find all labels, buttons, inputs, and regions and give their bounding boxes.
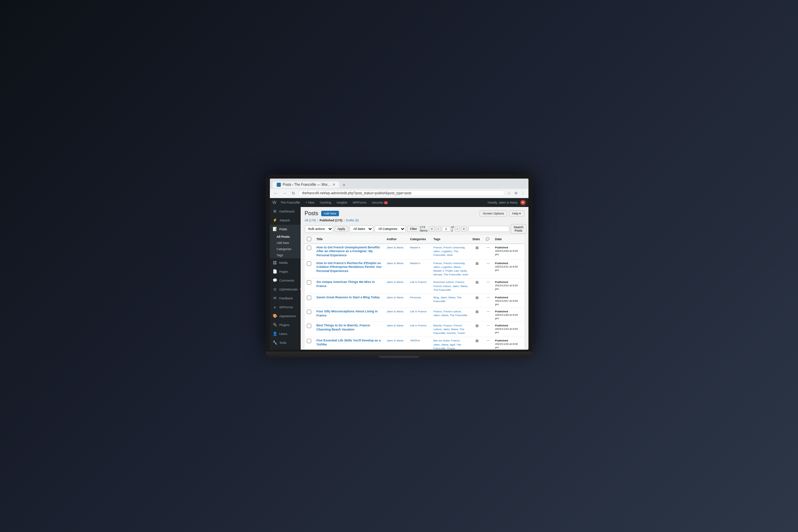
row-checkbox[interactable]: [307, 280, 311, 285]
stats-bar-icon[interactable]: ▦: [475, 296, 479, 299]
th-title[interactable]: Title: [314, 235, 384, 244]
admin-bar-new[interactable]: + New: [304, 201, 316, 204]
refresh-btn[interactable]: ↻: [290, 190, 297, 196]
post-title-link[interactable]: How to Get French Unemployment Benefits …: [316, 246, 380, 257]
row-checkbox[interactable]: [307, 339, 311, 343]
post-category[interactable]: Master's: [410, 262, 420, 265]
stats-bar-icon[interactable]: ▦: [475, 280, 479, 284]
add-new-button[interactable]: Add New: [321, 211, 339, 216]
apply-btn[interactable]: Apply: [335, 226, 349, 232]
sidebar-item-pages[interactable]: 📄 Pages: [270, 267, 301, 276]
pagination-prev[interactable]: ‹: [436, 226, 441, 232]
browser-tab-active[interactable]: Posts ‹ The Francofile — Wor... ✕: [273, 181, 339, 188]
sidebar-subitem-categories[interactable]: Categories: [270, 246, 301, 252]
post-author[interactable]: Jalen & Maria: [387, 262, 403, 265]
post-category[interactable]: Personal: [410, 296, 421, 299]
pagination-last[interactable]: »: [461, 226, 467, 232]
post-author[interactable]: Jalen & Maria: [387, 246, 403, 249]
sidebar-item-media[interactable]: 🖼 Media: [270, 258, 301, 267]
row-checkbox[interactable]: [307, 246, 311, 250]
post-category[interactable]: Life in France: [410, 281, 427, 284]
filter-drafts[interactable]: Drafts (6): [346, 219, 359, 222]
th-stats[interactable]: Stats: [470, 235, 484, 244]
search-posts-btn[interactable]: Search Posts: [511, 224, 527, 234]
new-tab-btn[interactable]: +: [340, 181, 348, 189]
sidebar-item-dashboard[interactable]: ⊞ Dashboard: [270, 207, 301, 216]
dates-filter-select[interactable]: All dates: [350, 225, 373, 232]
select-all-checkbox[interactable]: [307, 237, 311, 241]
post-category[interactable]: TAPIFer: [410, 339, 420, 342]
th-categories[interactable]: Categories: [408, 235, 431, 244]
tab-close-btn[interactable]: ✕: [332, 183, 335, 186]
post-title-link[interactable]: Best Things to Do in Biarritz, France: C…: [316, 324, 371, 331]
back-btn[interactable]: ←: [273, 190, 279, 196]
row-checkbox[interactable]: [307, 261, 311, 266]
th-author[interactable]: Author: [384, 235, 408, 244]
filter-btn[interactable]: Filter: [407, 226, 420, 232]
sidebar-item-settings[interactable]: ⚙ Settings: [270, 347, 301, 350]
tools-icon: 🔧: [273, 340, 277, 345]
sidebar-subitem-all-posts[interactable]: All Posts: [270, 234, 301, 240]
sidebar-label-posts: Posts: [279, 228, 287, 231]
pagination-first[interactable]: «: [429, 226, 435, 232]
post-author[interactable]: Jalen & Maria: [387, 281, 403, 284]
sidebar-subitem-tags[interactable]: Tags: [270, 252, 301, 258]
sidebar-item-appearance[interactable]: 🎨 Appearance: [270, 312, 301, 321]
post-author[interactable]: Jalen & Maria: [387, 339, 403, 342]
post-author[interactable]: Jalen & Maria: [387, 310, 403, 313]
post-author[interactable]: Jalen & Maria: [387, 296, 403, 299]
sidebar-item-posts[interactable]: 📝 Posts: [270, 225, 301, 234]
filter-published[interactable]: Published (173): [319, 219, 342, 222]
th-tags[interactable]: Tags: [431, 235, 470, 244]
admin-avatar[interactable]: M: [520, 200, 526, 205]
pagination-current[interactable]: [442, 226, 450, 232]
menu-btn[interactable]: ⋮: [520, 191, 526, 196]
search-input[interactable]: [468, 226, 509, 232]
sidebar-item-jetpack[interactable]: ⚡ Jetpack: [270, 216, 301, 225]
admin-bar-wpforms[interactable]: WPForms: [351, 201, 368, 204]
stats-bar-icon[interactable]: ▦: [475, 246, 479, 249]
admin-bar-security[interactable]: Security 1: [370, 201, 389, 204]
screen-options-btn[interactable]: Screen Options: [480, 210, 507, 217]
categories-filter-select[interactable]: All Categories: [375, 225, 406, 232]
stats-bar-icon[interactable]: ▦: [475, 324, 479, 327]
admin-bar-caching[interactable]: Caching: [318, 201, 332, 204]
row-checkbox[interactable]: [307, 310, 311, 314]
post-author[interactable]: Jalen & Maria: [387, 324, 403, 327]
stats-bar-icon[interactable]: ▦: [475, 310, 479, 313]
post-category[interactable]: Life in France: [410, 324, 427, 327]
stats-bar-icon[interactable]: ▦: [475, 261, 479, 265]
admin-bar-site[interactable]: The Francofile: [279, 201, 302, 204]
tablenav-right: 173 Items « ‹ of 2 › » Se: [420, 224, 526, 234]
row-categories-cell: Personal: [408, 294, 431, 308]
help-btn[interactable]: Help ▾: [509, 210, 524, 217]
sidebar-item-feedback[interactable]: ✉ Feedback: [270, 294, 301, 303]
address-bar[interactable]: [299, 190, 505, 196]
row-checkbox[interactable]: [307, 324, 311, 328]
post-title-link[interactable]: Seven Great Reasons to Start a Blog Toda…: [316, 296, 380, 299]
post-category[interactable]: Life in France: [410, 310, 427, 313]
extensions-btn[interactable]: ⚙: [513, 191, 519, 196]
pagination-next[interactable]: ›: [455, 226, 460, 232]
post-title-link[interactable]: How to Get France's Recherche d'Emploi o…: [316, 261, 382, 273]
post-title-link[interactable]: Five Essential Life Skills You'll Develo…: [316, 339, 381, 346]
admin-bar-insights[interactable]: Insights: [335, 201, 349, 204]
sidebar-item-plugins[interactable]: 🔌 Plugins: [270, 321, 301, 329]
bulk-actions-select[interactable]: Bulk actions: [305, 225, 333, 232]
post-status: Published: [495, 310, 508, 313]
filter-all[interactable]: All (179): [305, 219, 316, 222]
sidebar-item-users[interactable]: 👤 Users: [270, 329, 301, 338]
bookmark-btn[interactable]: ☆: [507, 191, 512, 196]
stats-bar-icon[interactable]: ▦: [475, 339, 479, 342]
post-category[interactable]: Master's: [410, 246, 420, 249]
row-checkbox[interactable]: [307, 296, 311, 300]
sidebar-item-tools[interactable]: 🔧 Tools: [270, 338, 301, 347]
post-title-link[interactable]: Four Silly Misconceptions About Living i…: [316, 310, 378, 317]
forward-btn[interactable]: →: [282, 190, 288, 196]
sidebar-item-comments[interactable]: 💬 Comments: [270, 276, 301, 285]
sidebar-item-wpforms[interactable]: ≡ WPForms: [270, 303, 301, 312]
sidebar-item-optinmonster[interactable]: ◎ OptinMonster 4: [270, 285, 301, 294]
th-date[interactable]: Date: [493, 235, 524, 244]
post-title-link[interactable]: Six Unique American Things We Miss in Fr…: [316, 280, 375, 288]
sidebar-subitem-add-new[interactable]: Add New: [270, 240, 301, 246]
